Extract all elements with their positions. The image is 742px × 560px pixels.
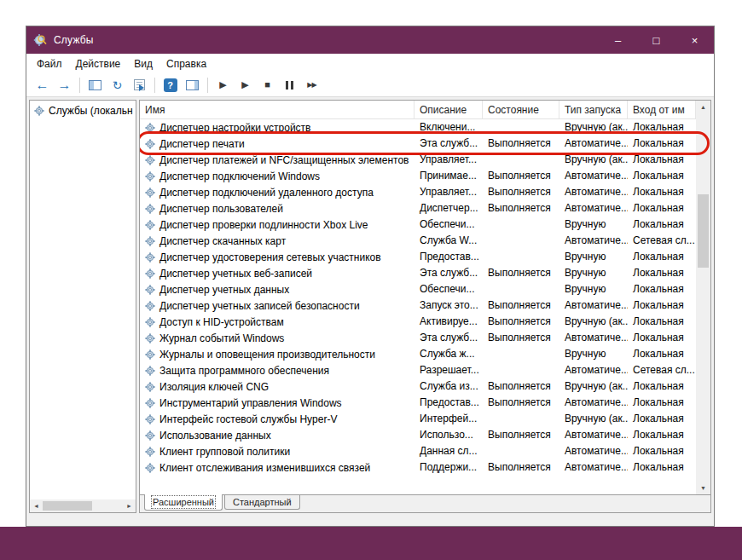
service-name-cell[interactable]: Клиент отслеживания изменившихся связей bbox=[140, 459, 414, 476]
resume-service-button[interactable]: ▶ bbox=[235, 75, 256, 95]
service-name-cell[interactable]: Диспетчер скачанных карт bbox=[140, 233, 414, 249]
maximize-button[interactable]: □ bbox=[637, 26, 675, 54]
back-button[interactable]: ← bbox=[32, 75, 53, 95]
service-row[interactable]: Диспетчер платежей и NFC/защищенных элем… bbox=[140, 152, 696, 168]
service-name-cell[interactable]: Журнал событий Windows bbox=[140, 330, 414, 346]
service-name-cell[interactable]: Диспетчер проверки подлинности Xbox Live bbox=[140, 216, 414, 233]
help-button[interactable]: ? bbox=[159, 75, 181, 95]
menu-item[interactable]: Вид bbox=[127, 55, 159, 72]
menu-item[interactable]: Справка bbox=[159, 55, 213, 72]
tree-item-services-local[interactable]: Службы (локальн bbox=[30, 103, 136, 118]
service-row[interactable]: Доступ к HID-устройствам Активируе... Вы… bbox=[140, 314, 696, 330]
scrollbar-thumb[interactable] bbox=[43, 501, 92, 511]
service-name-cell[interactable]: Диспетчер учетных данных bbox=[140, 281, 414, 297]
menu-item[interactable]: Действие bbox=[69, 55, 128, 72]
caption-buttons: – □ × bbox=[599, 26, 714, 54]
service-row[interactable]: Диспетчер учетных данных Обеспечи... Вру… bbox=[140, 281, 696, 297]
service-row[interactable]: Интерфейс гостевой службы Hyper-V Интерф… bbox=[140, 411, 696, 427]
forward-icon: → bbox=[58, 78, 72, 92]
scroll-left-icon[interactable]: ◄ bbox=[30, 499, 43, 512]
menu-item[interactable]: Файл bbox=[30, 55, 69, 72]
service-row[interactable]: Изоляция ключей CNG Служба из... Выполня… bbox=[140, 378, 696, 395]
pause-service-button[interactable] bbox=[279, 75, 300, 95]
service-status bbox=[483, 216, 559, 233]
service-status bbox=[483, 411, 559, 427]
export-list-button[interactable] bbox=[129, 75, 150, 95]
column-header[interactable]: Вход от им bbox=[628, 101, 696, 118]
service-name: Защита программного обеспечения bbox=[159, 365, 329, 377]
vertical-scrollbar[interactable]: ▲ ▼ bbox=[696, 101, 710, 494]
service-gear-icon bbox=[145, 463, 155, 473]
service-row[interactable]: Диспетчер пользователей Диспетчер... Вып… bbox=[140, 200, 696, 216]
properties-button[interactable] bbox=[182, 75, 203, 95]
service-row[interactable]: Журналы и оповещения производительности … bbox=[140, 346, 696, 362]
service-name-cell[interactable]: Диспетчер пользователей bbox=[140, 200, 414, 216]
service-row[interactable]: Диспетчер учетных записей безопасности З… bbox=[140, 297, 696, 314]
refresh-button[interactable]: ↻ bbox=[107, 75, 128, 95]
view-tab[interactable]: Расширенный bbox=[144, 494, 223, 511]
column-header[interactable]: Тип запуска bbox=[559, 101, 628, 118]
service-logon-as: Локальная bbox=[628, 200, 696, 216]
service-description: Управляет... bbox=[414, 184, 483, 200]
scroll-down-icon[interactable]: ▼ bbox=[696, 482, 710, 494]
view-tab[interactable]: Стандартный bbox=[224, 495, 300, 510]
scrollbar-thumb[interactable] bbox=[698, 194, 709, 268]
service-name-cell[interactable]: Диспетчер удостоверения сетевых участник… bbox=[140, 249, 414, 265]
service-name-cell[interactable]: Использование данных bbox=[140, 427, 414, 443]
restart-service-button[interactable]: ▶▶ bbox=[301, 75, 322, 95]
service-name-cell[interactable]: Доступ к HID-устройствам bbox=[140, 314, 414, 330]
service-row[interactable]: Диспетчер учетных веб-записей Эта служб.… bbox=[140, 265, 696, 281]
scroll-right-icon[interactable]: ► bbox=[123, 499, 136, 512]
service-name: Журнал событий Windows bbox=[159, 332, 284, 344]
service-logon-as: Локальная bbox=[628, 168, 696, 184]
service-row[interactable]: Диспетчер настройки устройств Включени..… bbox=[140, 119, 696, 136]
minimize-button[interactable]: – bbox=[599, 26, 637, 54]
scroll-up-icon[interactable]: ▲ bbox=[696, 101, 710, 113]
window-bottom-frame bbox=[26, 516, 714, 526]
service-name-cell[interactable]: Диспетчер настройки устройств bbox=[140, 119, 414, 136]
sidebar-horizontal-scrollbar[interactable]: ◄ ► bbox=[30, 499, 136, 512]
service-name-cell[interactable]: Изоляция ключей CNG bbox=[140, 378, 414, 395]
resume-service-icon: ▶ bbox=[241, 80, 248, 89]
service-row[interactable]: Клиент отслеживания изменившихся связей … bbox=[140, 459, 696, 476]
service-startup-type: Вручную bbox=[559, 281, 628, 297]
forward-button[interactable]: → bbox=[54, 75, 75, 95]
service-name-cell[interactable]: Диспетчер печати bbox=[140, 136, 414, 152]
service-gear-icon bbox=[145, 447, 155, 457]
service-row[interactable]: Диспетчер подключений Windows Принимае..… bbox=[140, 168, 696, 184]
service-row[interactable]: Клиент групповой политики Данная сл... А… bbox=[140, 443, 696, 459]
service-row[interactable]: Диспетчер проверки подлинности Xbox Live… bbox=[140, 216, 696, 233]
service-row[interactable]: Инструментарий управления Windows Предос… bbox=[140, 395, 696, 411]
service-name-cell[interactable]: Диспетчер подключений Windows bbox=[140, 168, 414, 184]
service-row[interactable]: Журнал событий Windows Эта служб... Выпо… bbox=[140, 330, 696, 346]
start-service-button[interactable]: ▶ bbox=[212, 75, 234, 95]
service-row[interactable]: Диспетчер скачанных карт Служба W... Авт… bbox=[140, 233, 696, 249]
column-header[interactable]: Имя bbox=[140, 101, 414, 118]
service-name-cell[interactable]: Интерфейс гостевой службы Hyper-V bbox=[140, 411, 414, 427]
close-button[interactable]: × bbox=[675, 26, 714, 54]
properties-icon bbox=[186, 80, 199, 90]
service-name-cell[interactable]: Инструментарий управления Windows bbox=[140, 395, 414, 411]
service-startup-type: Автоматиче... bbox=[559, 362, 628, 378]
scrollbar-track[interactable] bbox=[43, 499, 123, 512]
service-name-cell[interactable]: Диспетчер учетных записей безопасности bbox=[140, 297, 414, 314]
service-row[interactable]: Защита программного обеспечения Разрешае… bbox=[140, 362, 696, 378]
service-gear-icon bbox=[145, 301, 155, 311]
service-row[interactable]: Диспетчер печати Эта служб... Выполняетс… bbox=[140, 136, 696, 152]
service-row[interactable]: Диспетчер подключений удаленного доступа… bbox=[140, 184, 696, 200]
scrollbar-track[interactable] bbox=[696, 113, 710, 482]
service-name-cell[interactable]: Журналы и оповещения производительности bbox=[140, 346, 414, 362]
service-name-cell[interactable]: Диспетчер подключений удаленного доступа bbox=[140, 184, 414, 200]
service-row[interactable]: Использование данных Использо... Выполня… bbox=[140, 427, 696, 443]
service-name-cell[interactable]: Клиент групповой политики bbox=[140, 443, 414, 459]
column-header[interactable]: Состояние bbox=[483, 101, 559, 118]
service-row[interactable]: Диспетчер удостоверения сетевых участник… bbox=[140, 249, 696, 265]
stop-service-button[interactable]: ■ bbox=[257, 75, 278, 95]
service-name-cell[interactable]: Защита программного обеспечения bbox=[140, 362, 414, 378]
column-header[interactable]: Описание bbox=[414, 101, 483, 118]
taskbar-band[interactable] bbox=[0, 527, 742, 560]
service-name-cell[interactable]: Диспетчер учетных веб-записей bbox=[140, 265, 414, 281]
view-tabs: Расширенный Стандартный bbox=[140, 494, 710, 512]
service-name-cell[interactable]: Диспетчер платежей и NFC/защищенных элем… bbox=[140, 152, 414, 168]
show-console-tree-button[interactable] bbox=[84, 75, 106, 95]
